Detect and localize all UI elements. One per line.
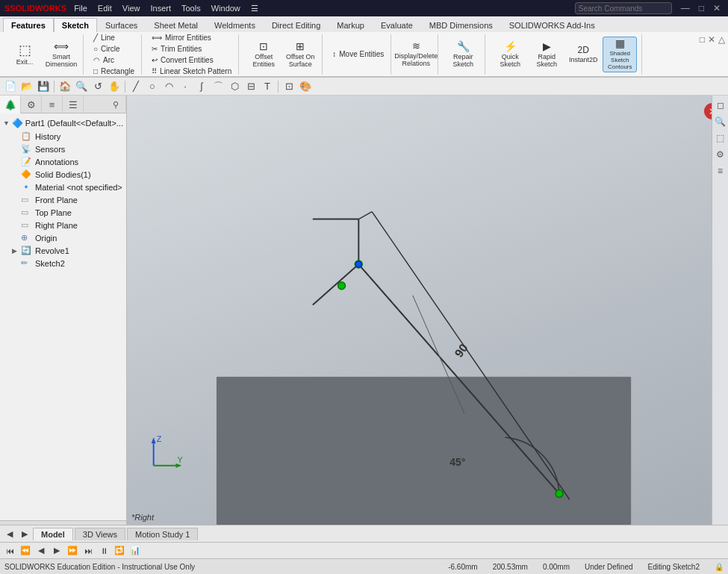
tab-model[interactable]: Model (33, 528, 73, 540)
ribbon-expand-btn[interactable]: △ (718, 34, 725, 45)
ribbon-minimize-btn[interactable]: □ (700, 34, 705, 45)
sidebar-tab-tree[interactable]: 🌲 (0, 96, 21, 113)
quick-sketch-button[interactable]: ⚡ Quick Sketch (493, 37, 527, 72)
tab-weldments[interactable]: Weldments (206, 18, 264, 32)
arc-tool[interactable]: ◠Arc (91, 55, 137, 65)
convert-button[interactable]: ↩Convert Entities (149, 55, 234, 65)
tree-annotations[interactable]: 📝 Annotations (0, 155, 126, 168)
repair-sketch-button[interactable]: 🔧 Repair Sketch (446, 37, 480, 72)
command-search[interactable] (575, 2, 672, 14)
view-panel-btn-2[interactable]: 🔍 (714, 115, 727, 128)
tree-right-plane[interactable]: ▭ Right Plane (0, 219, 126, 231)
menu-insert[interactable]: Insert (147, 4, 174, 13)
tree-sketch2[interactable]: ✏ Sketch2 (0, 257, 126, 269)
tree-history[interactable]: 📋 History (0, 130, 126, 143)
sidebar-tab-config[interactable]: ≡ (42, 96, 63, 113)
sidebar-filter[interactable]: ⚲ (105, 96, 126, 113)
view-pan[interactable]: ✋ (107, 79, 122, 94)
tree-front-plane[interactable]: ▭ Front Plane (0, 193, 126, 206)
play-reverse[interactable]: ◀ (34, 544, 48, 558)
sub-circle[interactable]: ○ (145, 79, 160, 94)
tab-sheet-metal[interactable]: Sheet Metal (146, 18, 206, 32)
sub-polygon[interactable]: ⬡ (227, 79, 242, 94)
view-panel-btn-4[interactable]: ⚙ (714, 148, 727, 161)
minimize-button[interactable]: — (678, 3, 693, 13)
sub-fillet[interactable]: ⌒ (211, 79, 225, 94)
view-panel-btn-3[interactable]: ⬚ (714, 131, 727, 145)
play-chart[interactable]: 📊 (128, 544, 142, 558)
sub-construction[interactable]: ⊡ (281, 79, 296, 94)
mirror-button[interactable]: ⟺Mirror Entities (149, 33, 234, 43)
tab-features[interactable]: Features (3, 18, 54, 32)
view-home[interactable]: 🏠 (57, 79, 72, 94)
sub-spline[interactable]: ∫ (194, 79, 209, 94)
exit-sketch-button[interactable]: ⬚ Exit... (7, 37, 42, 72)
rapid-sketch-button[interactable]: ▶ Rapid Sketch (529, 37, 564, 72)
menu-view[interactable]: View (119, 4, 143, 13)
play-prev-btn[interactable]: ◀ (3, 527, 16, 540)
sidebar-resize-handle[interactable] (0, 520, 126, 525)
play-pause[interactable]: ⏸ (97, 544, 111, 558)
tab-mbd[interactable]: MBD Dimensions (421, 18, 501, 32)
offset-surface-button[interactable]: ⊞ Offset On Surface (283, 37, 317, 72)
play-fast-forward[interactable]: ⏩ (66, 544, 79, 558)
sub-color[interactable]: 🎨 (298, 79, 313, 94)
tree-solid-bodies[interactable]: 🔶 Solid Bodies(1) (0, 168, 126, 181)
play-rewind-start[interactable]: ⏮ (3, 544, 16, 558)
menu-tools[interactable]: Tools (178, 4, 204, 13)
menu-more[interactable]: ☰ (248, 4, 261, 13)
play-end[interactable]: ⏭ (81, 544, 95, 558)
tab-surfaces[interactable]: Surfaces (97, 18, 146, 32)
view-panel-btn-5[interactable]: ≡ (714, 164, 727, 178)
tree-top-plane[interactable]: ▭ Top Plane (0, 206, 126, 219)
display-relations-button[interactable]: ≋ Display/Delete Relations (399, 37, 433, 72)
tab-markup[interactable]: Markup (329, 18, 373, 32)
viewport[interactable]: .dash-line { stroke-dasharray: 8,4; } .d… (127, 96, 728, 525)
tree-sensors[interactable]: 📡 Sensors (0, 143, 126, 155)
linear-pattern-button[interactable]: ⠿Linear Sketch Pattern (149, 66, 234, 76)
tree-part1[interactable]: ▼ 🔷 Part1 (Default<<Default>... (0, 116, 126, 130)
offset-entities-button[interactable]: ⊡ Offset Entities (246, 37, 281, 72)
play-forward[interactable]: ▶ (50, 544, 63, 558)
view-zoom[interactable]: 🔍 (74, 79, 89, 94)
instant2d-button[interactable]: 2D Instant2D (566, 37, 600, 72)
play-loop[interactable]: 🔁 (113, 544, 126, 558)
close-button[interactable]: ✕ (710, 3, 724, 13)
tab-addins[interactable]: SOLIDWORKS Add-Ins (501, 18, 603, 32)
sidebar-tab-props[interactable]: ⚙ (21, 96, 42, 113)
shaded-icon: ▦ (615, 38, 625, 49)
tab-direct-editing[interactable]: Direct Editing (264, 18, 329, 32)
save-btn[interactable]: 💾 (36, 79, 51, 94)
tab-sketch[interactable]: Sketch (54, 18, 97, 32)
line-tool[interactable]: ╱Line (91, 33, 137, 43)
view-panel-btn-1[interactable]: ◻ (714, 99, 727, 112)
open-btn[interactable]: 📂 (19, 79, 34, 94)
smart-dimension-button[interactable]: ⟺ Smart Dimension (44, 37, 78, 72)
play-next-btn[interactable]: ▶ (18, 527, 31, 540)
tab-3d-views[interactable]: 3D Views (75, 528, 125, 540)
circle-tool[interactable]: ○Circle (91, 44, 137, 54)
tab-evaluate[interactable]: Evaluate (373, 18, 421, 32)
maximize-button[interactable]: □ (696, 3, 707, 13)
menu-file[interactable]: File (71, 4, 90, 13)
tree-revolve1[interactable]: ▶ 🔄 Revolve1 (0, 244, 126, 257)
sub-text[interactable]: T (260, 79, 275, 94)
view-rotate[interactable]: ↺ (90, 79, 105, 94)
shaded-contours-button[interactable]: ▦ Shaded Sketch Contours (603, 37, 637, 72)
sub-slot[interactable]: ⊟ (243, 79, 258, 94)
tree-origin[interactable]: ⊕ Origin (0, 231, 126, 244)
menu-window[interactable]: Window (208, 4, 243, 13)
play-rewind[interactable]: ⏪ (19, 544, 32, 558)
menu-edit[interactable]: Edit (95, 4, 115, 13)
trim-button[interactable]: ✂Trim Entities (149, 44, 234, 54)
sub-arc[interactable]: ◠ (161, 79, 176, 94)
tab-motion-study[interactable]: Motion Study 1 (127, 528, 198, 540)
new-btn[interactable]: 📄 (3, 79, 18, 94)
rect-tool[interactable]: □Rectangle (91, 66, 137, 76)
sub-point[interactable]: · (178, 79, 193, 94)
sidebar-tab-more[interactable]: ☰ (63, 96, 84, 113)
move-button[interactable]: ↕Move Entities (330, 49, 386, 59)
ribbon-close-btn[interactable]: ✕ (708, 34, 715, 45)
sub-line[interactable]: ╱ (128, 79, 143, 94)
tree-material[interactable]: 🔹 Material <not specified> (0, 181, 126, 193)
